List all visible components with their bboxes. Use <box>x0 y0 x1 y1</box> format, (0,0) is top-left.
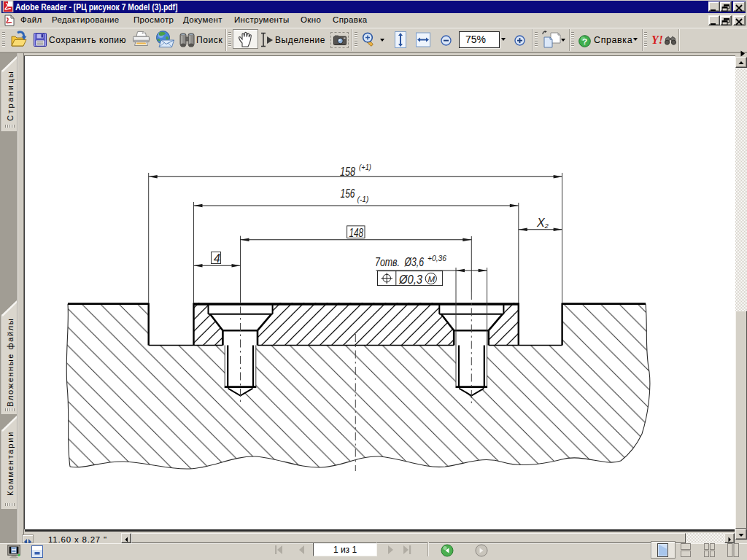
svg-text:2: 2 <box>544 222 549 230</box>
svg-text:7отв.: 7отв. <box>375 256 400 268</box>
svg-text:Ø3,6: Ø3,6 <box>404 256 424 268</box>
svg-text:(-1): (-1) <box>357 195 369 203</box>
svg-text:Ø0,3: Ø0,3 <box>398 273 422 286</box>
svg-text:158: 158 <box>340 165 355 179</box>
svg-text:M: M <box>428 275 436 284</box>
svg-text:?: ? <box>582 36 587 47</box>
svg-text:156: 156 <box>341 187 355 201</box>
svg-text:+0,36: +0,36 <box>427 254 446 262</box>
svg-text:148: 148 <box>349 226 364 239</box>
svg-text:(+1): (+1) <box>359 163 371 171</box>
svg-text:4: 4 <box>214 252 220 265</box>
